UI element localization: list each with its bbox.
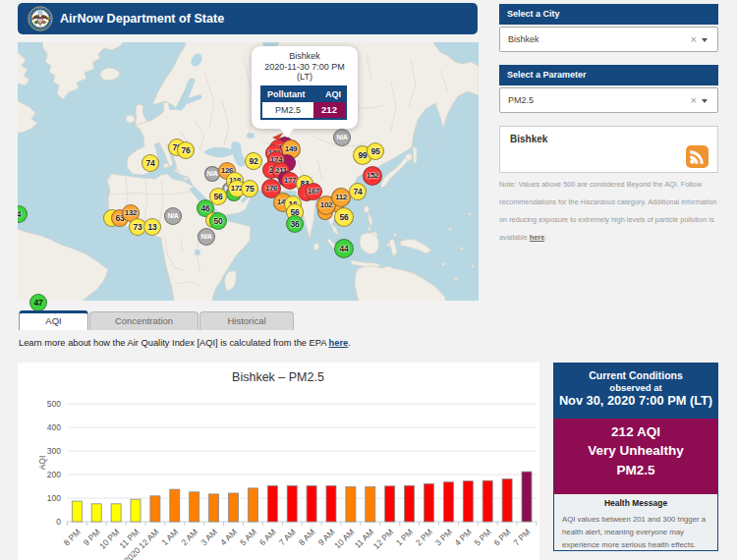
svg-text:7 PM: 7 PM	[511, 527, 532, 547]
svg-text:10 PM: 10 PM	[97, 527, 121, 550]
svg-text:4 AM: 4 AM	[218, 527, 239, 547]
svg-text:3 AM: 3 AM	[198, 527, 219, 547]
svg-text:5 PM: 5 PM	[473, 527, 493, 547]
svg-text:11 AM: 11 AM	[353, 527, 376, 550]
svg-text:2 PM: 2 PM	[414, 527, 434, 547]
svg-text:500: 500	[47, 399, 61, 409]
svg-text:Bishkek – PM2.5: Bishkek – PM2.5	[232, 370, 324, 384]
svg-text:12 PM: 12 PM	[371, 527, 395, 550]
svg-text:4 PM: 4 PM	[453, 527, 474, 547]
svg-text:6 PM: 6 PM	[491, 527, 512, 547]
svg-text:7 AM: 7 AM	[277, 527, 298, 547]
svg-text:6 AM: 6 AM	[257, 527, 278, 547]
svg-text:400: 400	[47, 422, 61, 432]
svg-text:AQI: AQI	[37, 456, 47, 471]
svg-text:5 AM: 5 AM	[238, 527, 258, 547]
svg-text:3 PM: 3 PM	[433, 527, 454, 547]
svg-text:100: 100	[47, 493, 61, 503]
svg-text:1 AM: 1 AM	[159, 527, 180, 547]
svg-text:2 AM: 2 AM	[179, 527, 199, 547]
svg-text:200: 200	[47, 470, 61, 479]
svg-text:300: 300	[47, 446, 61, 456]
svg-text:0: 0	[56, 517, 61, 527]
svg-text:1 PM: 1 PM	[394, 527, 415, 547]
svg-text:8 PM: 8 PM	[62, 527, 83, 547]
svg-text:8 AM: 8 AM	[297, 527, 317, 547]
svg-text:10 AM: 10 AM	[332, 527, 356, 550]
